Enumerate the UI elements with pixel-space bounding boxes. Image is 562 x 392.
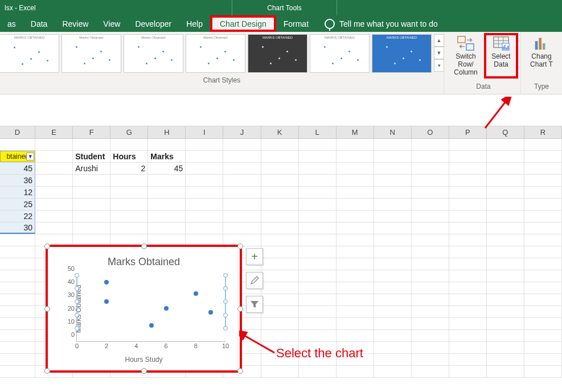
cell[interactable] — [148, 187, 186, 198]
cell[interactable] — [223, 211, 261, 222]
cell[interactable] — [449, 187, 487, 198]
cell[interactable] — [487, 211, 524, 222]
cell[interactable] — [412, 342, 449, 353]
cell[interactable] — [148, 199, 186, 210]
colhead-O[interactable]: O — [412, 126, 449, 138]
cell[interactable] — [449, 366, 487, 377]
cell[interactable] — [35, 222, 73, 234]
style-scroll-up[interactable]: ▲ — [434, 34, 444, 47]
cell[interactable] — [337, 258, 374, 270]
colhead-H[interactable]: H — [148, 126, 186, 138]
cell[interactable] — [449, 354, 487, 365]
tab-view[interactable]: View — [96, 15, 128, 32]
cell[interactable] — [524, 163, 562, 174]
switch-row-col-button[interactable]: Switch Row/ Column — [449, 33, 483, 79]
cell[interactable] — [524, 139, 562, 150]
cell[interactable] — [35, 199, 73, 210]
resize-handle[interactable] — [237, 368, 243, 374]
cell[interactable] — [261, 222, 299, 234]
colhead-I[interactable]: I — [186, 126, 223, 138]
resize-handle[interactable] — [141, 368, 147, 374]
cell[interactable] — [299, 258, 337, 270]
cell[interactable] — [374, 151, 412, 162]
cell[interactable] — [487, 139, 524, 150]
cell[interactable] — [337, 270, 374, 282]
style-scroll-more[interactable]: ▾ — [434, 59, 444, 72]
cell[interactable] — [148, 234, 186, 246]
cell[interactable] — [73, 222, 110, 234]
cell[interactable] — [337, 306, 374, 317]
cell[interactable] — [449, 258, 487, 270]
cell[interactable] — [299, 211, 337, 222]
cell[interactable] — [412, 222, 449, 234]
cell[interactable]: Marks — [148, 151, 186, 162]
cell[interactable] — [0, 318, 35, 329]
cell[interactable] — [261, 234, 299, 246]
cell[interactable] — [524, 270, 562, 282]
cell[interactable] — [374, 318, 412, 329]
resize-handle[interactable] — [44, 368, 50, 374]
cell[interactable] — [449, 282, 487, 294]
cell[interactable] — [35, 163, 73, 174]
cell[interactable] — [299, 330, 337, 341]
cell[interactable] — [487, 282, 524, 294]
cell[interactable] — [412, 199, 449, 210]
cell[interactable]: 25 — [0, 199, 35, 210]
cell[interactable] — [299, 222, 337, 234]
tab-help[interactable]: Help — [179, 15, 210, 32]
chart-add-element-button[interactable]: + — [246, 248, 263, 265]
cell[interactable] — [524, 342, 562, 353]
cell[interactable] — [337, 222, 374, 234]
cell[interactable] — [261, 294, 299, 306]
chart-style-6[interactable]: MARKS OBTAINED — [310, 34, 370, 73]
colhead-L[interactable]: L — [299, 126, 337, 138]
cell[interactable] — [35, 139, 73, 150]
cell[interactable] — [148, 175, 186, 186]
data-point[interactable] — [149, 323, 154, 328]
cell[interactable] — [412, 318, 449, 329]
cell[interactable] — [261, 175, 299, 186]
cell[interactable] — [337, 294, 374, 306]
cell[interactable] — [261, 282, 299, 294]
cell[interactable] — [337, 282, 374, 294]
cell[interactable] — [299, 151, 337, 162]
cell[interactable] — [487, 330, 524, 341]
cell[interactable] — [487, 151, 524, 162]
cell[interactable] — [148, 222, 186, 234]
cell[interactable] — [261, 139, 299, 150]
colhead-D[interactable]: D — [0, 126, 35, 138]
cell[interactable] — [110, 175, 148, 186]
data-point[interactable] — [75, 313, 79, 317]
colhead-Q[interactable]: Q — [487, 126, 524, 138]
cell[interactable] — [374, 270, 412, 282]
cell[interactable] — [449, 246, 487, 258]
colhead-P[interactable]: P — [449, 126, 487, 138]
cell[interactable] — [412, 163, 449, 174]
cell[interactable] — [337, 318, 374, 329]
cell[interactable] — [487, 366, 524, 377]
cell[interactable] — [73, 175, 110, 186]
cell[interactable] — [299, 175, 337, 186]
cell[interactable] — [0, 282, 35, 294]
data-point[interactable] — [223, 273, 228, 278]
cell[interactable]: btained▼ — [0, 151, 35, 162]
cell[interactable] — [337, 366, 374, 377]
cell[interactable] — [449, 163, 487, 174]
cell[interactable] — [299, 163, 337, 174]
cell[interactable] — [223, 222, 261, 234]
chart-filter-button[interactable] — [246, 296, 263, 313]
cell[interactable] — [487, 187, 524, 198]
cell[interactable] — [449, 318, 487, 329]
cell[interactable] — [374, 163, 412, 174]
cell[interactable] — [0, 294, 35, 306]
cell[interactable] — [0, 354, 35, 365]
cell[interactable] — [412, 270, 449, 282]
cell[interactable] — [374, 211, 412, 222]
embedded-chart[interactable]: Marks Obtained Marks Obtained Hours Stud… — [46, 245, 242, 373]
colhead-N[interactable]: N — [374, 126, 412, 138]
cell[interactable] — [261, 211, 299, 222]
cell[interactable] — [487, 294, 524, 306]
cell[interactable] — [487, 354, 524, 365]
data-point[interactable] — [164, 306, 169, 311]
cell[interactable] — [299, 187, 337, 198]
